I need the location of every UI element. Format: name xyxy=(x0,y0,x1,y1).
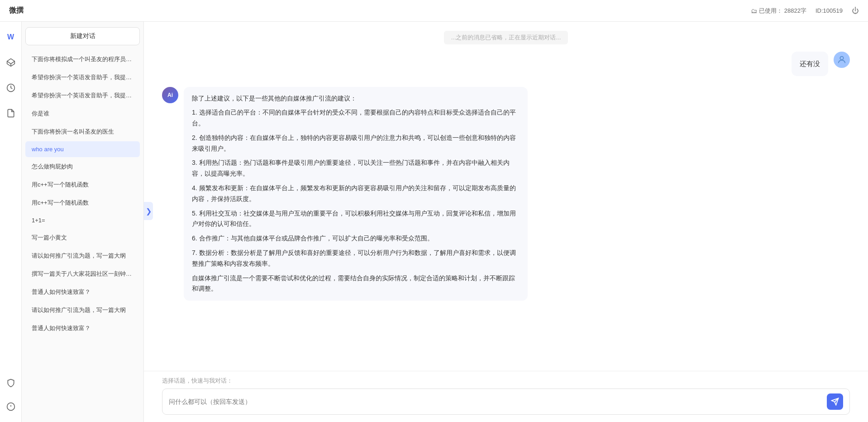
sidebar: 新建对话 下面你将模拟成一个叫圣友的程序员，我说...希望你扮演一个英语发音助手… xyxy=(22,22,144,422)
send-button[interactable] xyxy=(827,393,843,410)
message-bubble: 除了上述建议，以下是一些其他的自媒体推广引流的建议：1. 选择适合自己的平台：不… xyxy=(184,87,528,301)
message-paragraph: 5. 利用社交互动：社交媒体是与用户互动的重要平台，可以积极利用社交媒体与用户互… xyxy=(192,208,520,230)
topbar-left: 微撰 xyxy=(9,6,24,15)
main-chat-area: ...之前的消息已省略，正在显示近期对话... 还有没Ai除了上述建议，以下是一… xyxy=(144,22,868,422)
message-paragraph: 4. 频繁发布和更新：在自媒体平台上，频繁发布和更新的内容更容易吸引用户的关注和… xyxy=(192,183,520,205)
sidebar-item[interactable]: who are you xyxy=(25,141,140,157)
icon-nav: W xyxy=(0,22,22,422)
sidebar-item[interactable]: 写一篇小黄文 xyxy=(25,229,140,246)
new-conversation-button[interactable]: 新建对话 xyxy=(25,27,140,45)
avatar xyxy=(834,52,850,68)
nav-box[interactable] xyxy=(3,54,19,71)
chat-messages: ...之前的消息已省略，正在显示近期对话... 还有没Ai除了上述建议，以下是一… xyxy=(144,22,868,371)
database-icon: 🗂 xyxy=(751,7,757,14)
sidebar-item[interactable]: 用c++写一个随机函数 xyxy=(25,176,140,193)
message-paragraph: 7. 数据分析：数据分析是了解用户反馈和喜好的重要途径，可以分析用户行为和数据，… xyxy=(192,248,520,269)
sidebar-item[interactable]: 普通人如何快速致富？ xyxy=(25,320,140,337)
message-bubble: 还有没 xyxy=(792,52,828,76)
message-paragraph: 3. 利用热门话题：热门话题和事件是吸引用户的重要途径，可以关注一些热门话题和事… xyxy=(192,158,520,179)
sidebar-item[interactable]: 用c++写一个随机函数 xyxy=(25,194,140,211)
sidebar-item[interactable]: 希望你扮演一个英语发音助手，我提供给你... xyxy=(25,69,140,86)
messages-container: 还有没Ai除了上述建议，以下是一些其他的自媒体推广引流的建议：1. 选择适合自己… xyxy=(162,52,850,301)
nav-info[interactable] xyxy=(3,398,19,415)
topbar: 微撰 🗂 已使用： 28822字 ID:100519 ⏻ xyxy=(0,0,868,22)
sidebar-item[interactable]: 请以如何推广引流为题，写一篇大纲 xyxy=(25,302,140,319)
usage-label: 已使用： xyxy=(759,7,782,15)
message-text: 还有没 xyxy=(800,60,820,67)
sidebar-item[interactable]: 下面你将扮演一名叫圣友的医生 xyxy=(25,123,140,140)
input-wrapper xyxy=(162,388,850,415)
app-title: 微撰 xyxy=(9,6,24,15)
usage-count: 28822字 xyxy=(784,7,806,15)
sidebar-item[interactable]: 下面你将模拟成一个叫圣友的程序员，我说... xyxy=(25,51,140,68)
avatar: Ai xyxy=(162,87,178,103)
message-paragraph: 1. 选择适合自己的平台：不同的自媒体平台针对的受众不同，需要根据自己的内容特点… xyxy=(192,107,520,129)
sidebar-items-list: 下面你将模拟成一个叫圣友的程序员，我说...希望你扮演一个英语发音助手，我提供给… xyxy=(25,51,140,337)
sidebar-item[interactable]: 普通人如何快速致富？ xyxy=(25,283,140,301)
message-paragraph: 除了上述建议，以下是一些其他的自媒体推广引流的建议： xyxy=(192,93,520,104)
usage-info: 🗂 已使用： 28822字 xyxy=(751,7,806,15)
sidebar-item[interactable]: 希望你扮演一个英语发音助手，我提供给你... xyxy=(25,87,140,104)
nav-home[interactable]: W xyxy=(3,29,19,45)
chat-message: Ai除了上述建议，以下是一些其他的自媒体推广引流的建议：1. 选择适合自己的平台… xyxy=(162,87,850,301)
nav-shield[interactable] xyxy=(3,375,19,391)
message-paragraph: 2. 创造独特的内容：在自媒体平台上，独特的内容更容易吸引用户的注意力和共鸣，可… xyxy=(192,133,520,154)
quick-select-label: 选择话题，快速与我对话： xyxy=(162,377,850,385)
nav-clock[interactable] xyxy=(3,80,19,96)
sidebar-item[interactable]: 你是谁 xyxy=(25,105,140,122)
nav-bottom xyxy=(3,375,19,415)
sidebar-item[interactable]: 怎么做狗屁妙肉 xyxy=(25,158,140,175)
message-paragraph: 自媒体推广引流是一个需要不断尝试和优化的过程，需要结合自身的实际情况，制定合适的… xyxy=(192,273,520,295)
svg-point-6 xyxy=(840,57,843,60)
user-id: ID:100519 xyxy=(816,7,843,14)
sidebar-item[interactable]: 撰写一篇关于八大家花园社区一刻钟便民生... xyxy=(25,265,140,283)
topbar-right: 🗂 已使用： 28822字 ID:100519 ⏻ xyxy=(751,7,859,15)
sidebar-item[interactable]: 请以如何推广引流为题，写一篇大纲 xyxy=(25,247,140,264)
chat-input-area: 选择话题，快速与我对话： xyxy=(144,371,868,422)
sidebar-item[interactable]: 1+1= xyxy=(25,212,140,228)
nav-doc[interactable] xyxy=(3,105,19,121)
chat-message: 还有没 xyxy=(162,52,850,76)
sidebar-collapse-button[interactable]: ❯ xyxy=(144,202,153,220)
truncated-indicator: ...之前的消息已省略，正在显示近期对话... xyxy=(444,31,568,44)
message-paragraph: 6. 合作推广：与其他自媒体平台或品牌合作推广，可以扩大自己的曝光率和受众范围。 xyxy=(192,233,520,244)
chat-input[interactable] xyxy=(169,398,822,405)
power-button[interactable]: ⏻ xyxy=(852,7,859,15)
